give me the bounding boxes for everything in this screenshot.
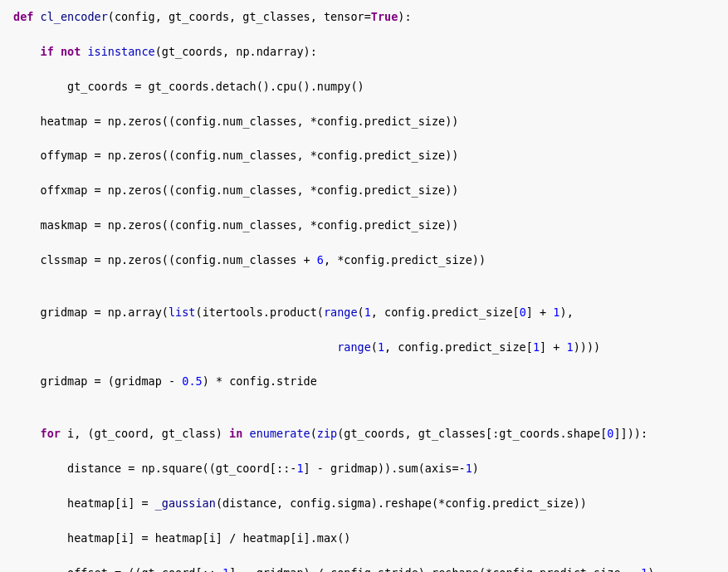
line-5: offymap = np.zeros((config.num_classes, … (13, 147, 715, 164)
line-16: heatmap[i] = _gaussian(distance, config.… (13, 495, 715, 512)
line-14: for i, (gt_coord, gt_class) in enumerate… (13, 425, 715, 442)
line-17: heatmap[i] = heatmap[i] / heatmap[i].max… (13, 530, 715, 547)
line-8: clssmap = np.zeros((config.num_classes +… (13, 252, 715, 269)
line-11: range(1, config.predict_size[1] + 1)))) (13, 339, 715, 356)
code-block: def cl_encoder(config, gt_coords, gt_cla… (13, 8, 715, 572)
line-3: gt_coords = gt_coords.detach().cpu().num… (13, 78, 715, 95)
line-10: gridmap = np.array(list(itertools.produc… (13, 304, 715, 321)
line-2: if not isinstance(gt_coords, np.ndarray)… (13, 43, 715, 61)
line-6: offxmap = np.zeros((config.num_classes, … (13, 182, 715, 199)
line-18: offset = ((gt_coord[::-1] - gridmap) / c… (13, 565, 715, 573)
line-1: def cl_encoder(config, gt_coords, gt_cla… (13, 8, 715, 26)
line-4: heatmap = np.zeros((config.num_classes, … (13, 113, 715, 130)
line-15: distance = np.square((gt_coord[::-1] - g… (13, 460, 715, 477)
line-7: maskmap = np.zeros((config.num_classes, … (13, 217, 715, 234)
code-editor: def cl_encoder(config, gt_coords, gt_cla… (0, 0, 728, 572)
line-12: gridmap = (gridmap - 0.5) * config.strid… (13, 373, 715, 390)
